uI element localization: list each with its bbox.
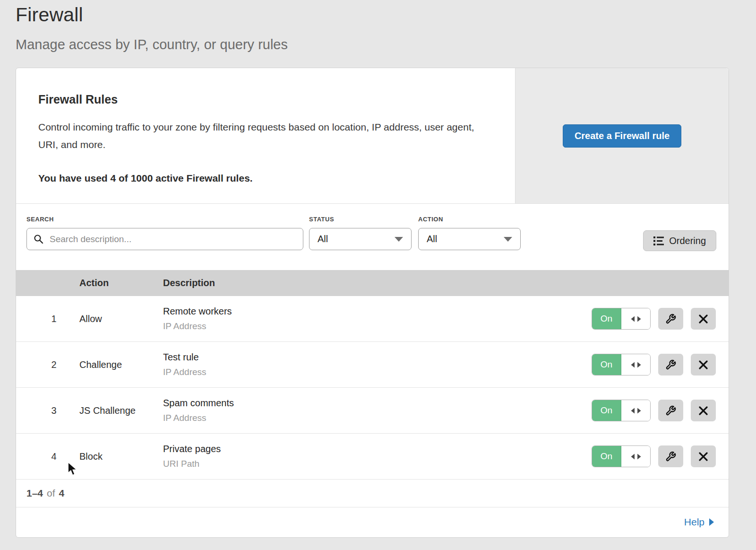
rule-match-type: IP Address [163, 413, 592, 423]
rule-priority: 2 [16, 359, 79, 370]
delete-rule-button[interactable] [691, 354, 716, 375]
action-label: ACTION [418, 216, 521, 223]
ordered-list-icon [653, 236, 664, 245]
rule-description: Test rule [163, 352, 592, 363]
rule-description-cell: Test rule IP Address [163, 352, 592, 377]
wrench-icon [665, 451, 676, 462]
toggle-on-label: On [592, 308, 621, 329]
close-icon [699, 452, 708, 461]
search-label: SEARCH [26, 216, 303, 223]
card-header-text: Firewall Rules Control incoming traffic … [16, 68, 515, 203]
rule-match-type: IP Address [163, 321, 592, 332]
ordering-button-label: Ordering [669, 236, 706, 246]
card-title: Firewall Rules [38, 93, 487, 106]
table-row: 3 JS Challenge Spam comments IP Address … [16, 388, 729, 434]
help-link[interactable]: Help [684, 516, 714, 528]
rule-enabled-toggle[interactable]: On [592, 400, 651, 421]
search-icon [34, 234, 43, 244]
search-box[interactable] [26, 228, 303, 250]
usage-summary: You have used 4 of 1000 active Firewall … [38, 173, 487, 184]
wrench-icon [665, 359, 676, 370]
rule-priority: 3 [16, 405, 79, 416]
status-select[interactable]: All [309, 228, 412, 250]
help-row: Help [16, 507, 729, 537]
rule-description: Spam comments [163, 398, 592, 409]
rule-match-type: URI Path [163, 459, 592, 469]
card-header: Firewall Rules Control incoming traffic … [16, 68, 729, 204]
left-right-arrows-icon [631, 316, 641, 322]
column-header-description: Description [163, 278, 215, 288]
search-input[interactable] [49, 234, 296, 245]
pagination: 1–4 of 4 [16, 480, 729, 507]
rule-description: Private pages [163, 444, 592, 454]
table-row: 1 Allow Remote workers IP Address On [16, 296, 729, 342]
search-filter: SEARCH [26, 216, 303, 250]
pagination-range: 1–4 [26, 488, 43, 499]
page-header: Firewall Manage access by IP, country, o… [0, 0, 756, 52]
chevron-down-icon [504, 237, 512, 242]
chevron-down-icon [395, 237, 403, 242]
close-icon [699, 406, 708, 415]
edit-rule-button[interactable] [658, 354, 683, 375]
rule-controls: On [592, 400, 729, 421]
rule-description-cell: Private pages URI Path [163, 444, 592, 469]
toggle-on-label: On [592, 354, 621, 375]
card-description: Control incoming traffic to your zone by… [38, 118, 487, 153]
firewall-rules-card: Firewall Rules Control incoming traffic … [16, 68, 729, 538]
filters-bar: SEARCH STATUS All ACTION All [16, 204, 729, 270]
delete-rule-button[interactable] [691, 308, 716, 330]
toggle-handle[interactable] [621, 446, 650, 467]
edit-rule-button[interactable] [658, 308, 683, 330]
rule-description-cell: Spam comments IP Address [163, 398, 592, 423]
rule-action: Block [79, 451, 163, 462]
table-row: 4 Block Private pages URI Path On [16, 434, 729, 480]
rule-match-type: IP Address [163, 367, 592, 377]
action-select-value: All [427, 234, 437, 244]
wrench-icon [665, 405, 676, 416]
wrench-icon [665, 314, 676, 324]
rule-enabled-toggle[interactable]: On [592, 308, 651, 330]
close-icon [699, 314, 708, 323]
edit-rule-button[interactable] [658, 400, 683, 421]
rule-controls: On [592, 354, 729, 375]
pagination-of: of [47, 488, 55, 499]
left-right-arrows-icon [631, 454, 641, 460]
rule-enabled-toggle[interactable]: On [592, 354, 651, 375]
rule-controls: On [592, 445, 729, 467]
delete-rule-button[interactable] [691, 400, 716, 421]
table-row: 2 Challenge Test rule IP Address On [16, 342, 729, 388]
rule-action: Allow [79, 314, 163, 324]
rule-action: JS Challenge [79, 405, 163, 416]
page-title: Firewall [16, 4, 756, 26]
toggle-handle[interactable] [621, 400, 650, 421]
toggle-handle[interactable] [621, 308, 650, 329]
column-header-action: Action [79, 278, 163, 288]
rule-priority: 4 [16, 451, 79, 462]
edit-rule-button[interactable] [658, 445, 683, 467]
rule-action: Challenge [79, 359, 163, 370]
toggle-on-label: On [592, 446, 621, 467]
table-header: Action Description [16, 270, 729, 296]
toggle-on-label: On [592, 400, 621, 421]
help-arrow-icon [709, 518, 714, 526]
rule-description-cell: Remote workers IP Address [163, 306, 592, 332]
rule-controls: On [592, 308, 729, 330]
action-filter: ACTION All [418, 216, 521, 250]
rule-description: Remote workers [163, 306, 592, 317]
toggle-handle[interactable] [621, 354, 650, 375]
delete-rule-button[interactable] [691, 445, 716, 467]
create-rule-panel: Create a Firewall rule [515, 68, 729, 203]
create-firewall-rule-button[interactable]: Create a Firewall rule [563, 124, 681, 148]
status-select-value: All [318, 234, 328, 244]
help-link-label: Help [684, 516, 704, 528]
ordering-button[interactable]: Ordering [643, 230, 716, 251]
rule-enabled-toggle[interactable]: On [592, 445, 651, 467]
status-filter: STATUS All [309, 216, 412, 250]
action-select[interactable]: All [418, 228, 521, 250]
left-right-arrows-icon [631, 408, 641, 414]
rule-priority: 1 [16, 314, 79, 324]
status-label: STATUS [309, 216, 412, 223]
pagination-total: 4 [59, 488, 65, 499]
page-subtitle: Manage access by IP, country, or query r… [16, 37, 756, 52]
close-icon [699, 360, 708, 369]
